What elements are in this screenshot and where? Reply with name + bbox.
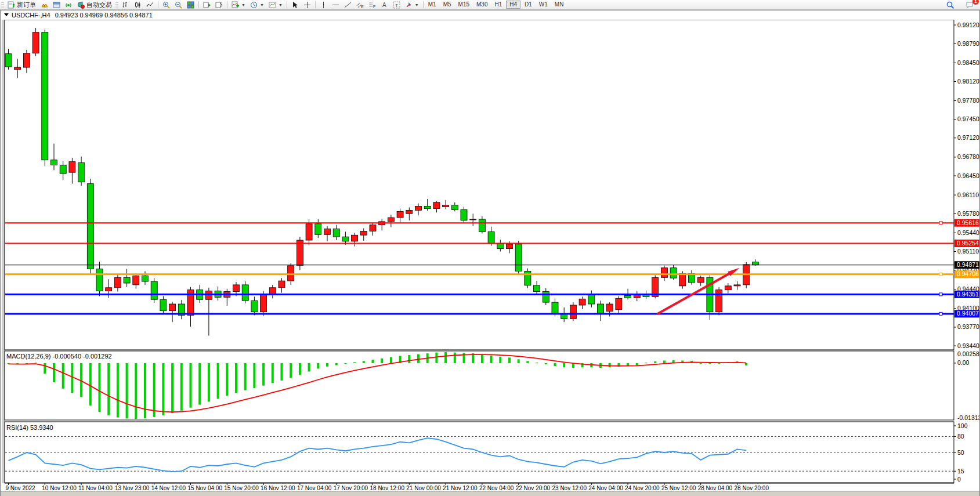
svg-text:0.99120: 0.99120 bbox=[957, 21, 979, 28]
arrows-tool[interactable]: ▼ bbox=[403, 1, 421, 9]
zoom-in-button[interactable] bbox=[160, 1, 172, 9]
svg-text:0.96780: 0.96780 bbox=[957, 153, 979, 160]
svg-text:21 Nov 12:00: 21 Nov 12:00 bbox=[443, 485, 478, 491]
svg-text:0: 0 bbox=[957, 476, 961, 483]
svg-text:0.97780: 0.97780 bbox=[957, 97, 979, 104]
toolbar-separator bbox=[227, 1, 227, 8]
auto-trading-label: 自动交易 bbox=[86, 1, 112, 9]
timeframe-m30[interactable]: M30 bbox=[473, 1, 490, 9]
zoom-out-button[interactable] bbox=[172, 1, 185, 9]
toolbar-separator bbox=[287, 1, 287, 8]
timeframe-h1[interactable]: H1 bbox=[491, 1, 505, 9]
text-tool[interactable]: A bbox=[378, 1, 390, 9]
auto-trading-button[interactable]: 自动交易 bbox=[75, 1, 114, 9]
window-icon bbox=[53, 1, 60, 9]
svg-text:0.94351: 0.94351 bbox=[957, 291, 979, 298]
dropdown-caret: ▼ bbox=[415, 3, 419, 7]
svg-text:14 Nov 12:00: 14 Nov 12:00 bbox=[151, 485, 186, 491]
svg-text:0.96450: 0.96450 bbox=[957, 172, 979, 179]
auto-trading-icon bbox=[77, 1, 85, 9]
dropdown-caret: ▼ bbox=[260, 3, 264, 7]
profiles-icon bbox=[215, 1, 223, 9]
tester-icon bbox=[203, 1, 211, 9]
candlestick-icon bbox=[134, 1, 142, 9]
cursor-icon bbox=[291, 1, 299, 9]
fibo-letter: F bbox=[373, 5, 375, 9]
arrows-icon bbox=[405, 1, 413, 9]
svg-text:23 Nov 12:00: 23 Nov 12:00 bbox=[552, 485, 587, 491]
new-order-button[interactable]: 新订单 bbox=[5, 1, 38, 9]
svg-text:22 Nov 04:00: 22 Nov 04:00 bbox=[479, 485, 514, 491]
dropdown-caret: ▼ bbox=[241, 3, 245, 7]
horizontal-line-tool[interactable] bbox=[330, 1, 342, 9]
profiles-button[interactable] bbox=[213, 1, 225, 9]
svg-text:0.94871: 0.94871 bbox=[957, 261, 979, 268]
periods-button[interactable]: ▼ bbox=[248, 1, 266, 9]
gold-icon bbox=[41, 1, 48, 9]
crosshair-tool-button[interactable] bbox=[301, 1, 313, 9]
signals-button[interactable] bbox=[63, 1, 75, 9]
svg-text:0.96110: 0.96110 bbox=[957, 191, 979, 198]
zoom-out-icon bbox=[175, 1, 182, 9]
svg-text:0.94007: 0.94007 bbox=[957, 310, 979, 317]
timeframe-h4[interactable]: H4 bbox=[506, 1, 520, 9]
chart-plot-area[interactable]: 0.991200.987900.984500.981200.977800.974… bbox=[1, 20, 979, 496]
svg-text:17 Nov 20:00: 17 Nov 20:00 bbox=[334, 485, 368, 491]
bar-chart-mode-button[interactable] bbox=[120, 1, 132, 9]
chart-window: USDCHF-,H4 0.94923 0.94969 0.94856 0.948… bbox=[0, 10, 980, 496]
toolbar-grip bbox=[115, 1, 118, 8]
line-chart-mode-button[interactable] bbox=[144, 1, 156, 9]
svg-text:15 Nov 20:00: 15 Nov 20:00 bbox=[224, 485, 259, 491]
chat-button[interactable]: 1 bbox=[963, 1, 975, 9]
svg-text:15 Nov 04:00: 15 Nov 04:00 bbox=[188, 485, 223, 491]
cursor-tool-button[interactable] bbox=[289, 1, 301, 9]
new-order-label: 新订单 bbox=[17, 1, 36, 9]
strategy-tester-button[interactable] bbox=[201, 1, 213, 9]
indicator-plus-icon bbox=[232, 1, 239, 9]
svg-text:0.97450: 0.97450 bbox=[957, 115, 979, 122]
text-tool-icon: A bbox=[381, 1, 388, 9]
chart-title-bar[interactable]: USDCHF-,H4 0.94923 0.94969 0.94856 0.948… bbox=[1, 10, 979, 19]
svg-text:0.94706: 0.94706 bbox=[957, 270, 979, 277]
svg-text:28 Nov 20:00: 28 Nov 20:00 bbox=[735, 485, 769, 491]
timeframe-mn[interactable]: MN bbox=[552, 1, 567, 9]
svg-text:0.98450: 0.98450 bbox=[957, 59, 979, 66]
trendline-tool[interactable] bbox=[342, 1, 354, 9]
vertical-line-tool[interactable] bbox=[317, 1, 330, 9]
timeframe-m15[interactable]: M15 bbox=[455, 1, 472, 9]
window-bottom-strip bbox=[1, 491, 979, 496]
svg-text:0.00: 0.00 bbox=[957, 359, 970, 366]
market-watch-button[interactable] bbox=[38, 1, 50, 9]
templates-button[interactable]: ▼ bbox=[266, 1, 285, 9]
svg-text:15: 15 bbox=[957, 468, 964, 475]
svg-text:0.95110: 0.95110 bbox=[957, 248, 979, 255]
candle-chart-mode-button[interactable] bbox=[132, 1, 144, 9]
timeframe-m1[interactable]: M1 bbox=[425, 1, 439, 9]
trendline-icon bbox=[344, 1, 352, 9]
text-label-tool[interactable]: T bbox=[390, 1, 403, 9]
search-button[interactable] bbox=[944, 1, 956, 9]
tile-windows-button[interactable] bbox=[185, 1, 197, 9]
template-icon bbox=[269, 1, 276, 9]
data-window-button[interactable] bbox=[50, 1, 63, 9]
svg-text:0.98120: 0.98120 bbox=[957, 78, 979, 85]
svg-text:0.95254: 0.95254 bbox=[957, 240, 979, 247]
price-axis: 0.991200.987900.984500.981200.977800.974… bbox=[954, 21, 979, 349]
rsi-label: RSI(14) 53.9340 bbox=[6, 424, 53, 431]
timeframe-d1[interactable]: D1 bbox=[522, 1, 535, 9]
timeframe-m5[interactable]: M5 bbox=[440, 1, 454, 9]
toolbar-separator bbox=[158, 1, 158, 8]
chat-badge: 1 bbox=[972, 0, 979, 5]
svg-text:0.002587: 0.002587 bbox=[957, 350, 979, 357]
signal-icon bbox=[65, 1, 73, 9]
new-order-icon bbox=[8, 1, 15, 9]
svg-text:0.93770: 0.93770 bbox=[957, 323, 979, 330]
timeframe-w1[interactable]: W1 bbox=[536, 1, 551, 9]
equidistant-channel-tool[interactable]: E bbox=[354, 1, 366, 9]
svg-text:16 Nov 12:00: 16 Nov 12:00 bbox=[261, 485, 295, 491]
fibonacci-tool[interactable]: F bbox=[366, 1, 378, 9]
line-chart-icon bbox=[146, 1, 154, 9]
collapse-icon[interactable] bbox=[4, 13, 9, 16]
add-indicator-button[interactable]: ▼ bbox=[229, 1, 248, 9]
toolbar-separator bbox=[315, 1, 316, 8]
